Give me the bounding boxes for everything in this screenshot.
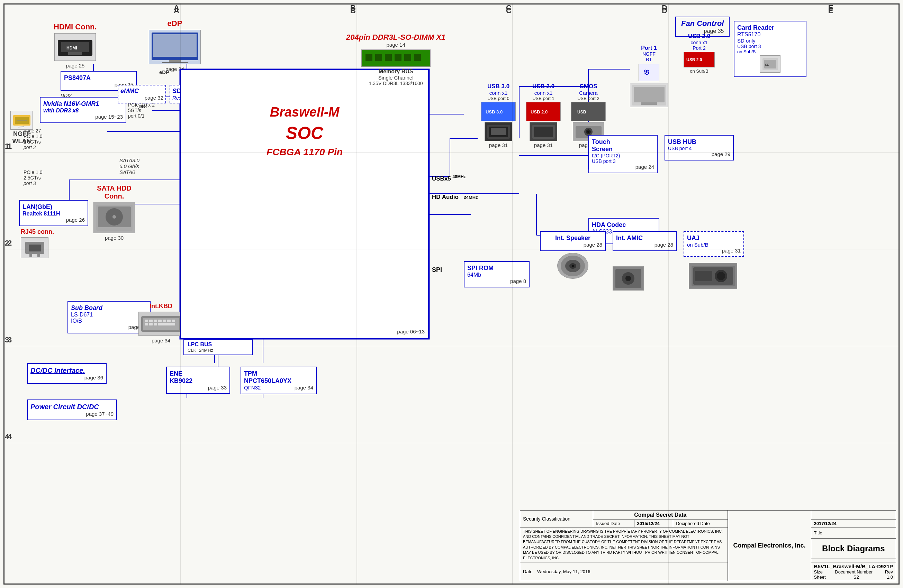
usb20-page: page 31 (526, 142, 561, 148)
col-marker-e-bot: E (824, 3, 838, 581)
card-reader-label: Card Reader (737, 24, 803, 31)
lpc-bus-sub: CLK=24MHz (187, 348, 249, 353)
svg-text:USB 2.0: USB 2.0 (686, 57, 702, 62)
security-value: Compal Secret Data (593, 510, 728, 519)
svg-rect-108 (695, 271, 712, 281)
usb20-2-sub: conn x1 (684, 40, 715, 45)
svg-rect-73 (404, 54, 411, 61)
svg-rect-62 (154, 323, 157, 326)
svg-rect-44 (29, 245, 41, 251)
emmc-box: eMMC page 32 (118, 85, 166, 103)
rj45-image (21, 237, 49, 258)
ene-page: page 33 (170, 385, 227, 390)
svg-point-103 (572, 265, 574, 267)
ene-box: ENE KB9022 page 33 (166, 367, 230, 394)
usb30-port-image (485, 122, 512, 141)
usb30-sub: conn x1 (481, 90, 516, 96)
hdmi-image: HDMI (54, 33, 96, 61)
soc-block: Braswell-M SOC FCBGA 1170 Pin page 06~13 (180, 69, 429, 339)
int-amic-label: Int. AMIC (616, 235, 673, 242)
svg-rect-70 (375, 54, 382, 61)
nvidia-label: Nvidia N16V-GMR1 (43, 100, 123, 108)
diagram-container: A B C D E A B C D E 1 2 3 4 1 2 3 4 Fan … (0, 0, 903, 588)
pcie-bot-sub2: port 3 (24, 180, 42, 186)
sata-hdd-sub: Conn. (93, 192, 135, 200)
svg-rect-38 (162, 62, 188, 63)
int-amic-box: Int. AMIC page 28 (613, 231, 676, 251)
usb20-sub2: USB port 1 (526, 96, 561, 101)
date-label: Date (523, 569, 532, 574)
sub-board-label: Sub Board (71, 304, 147, 312)
touch-screen-sub2: I2C (PORT2) (592, 153, 654, 158)
pcie-bot-group: PCIe 1.0 2.5GT/s port 3 (24, 169, 42, 186)
sata-sub2: SATA0 (120, 169, 140, 175)
cmos-sub2: USB port 2 (571, 96, 606, 101)
touch-screen-label: Touch (592, 138, 654, 146)
row-div-4 (3, 443, 900, 443)
spi-rom-label: SPI ROM (467, 265, 526, 272)
card-reader-sub: RTS5170 (737, 31, 803, 38)
int-kbd-image (138, 312, 183, 336)
ddr3-image (361, 49, 431, 67)
svg-rect-56 (158, 320, 162, 322)
fan-control-label: Fan Control (681, 19, 724, 28)
touch-screen-page: page 24 (592, 164, 654, 170)
power-circuit-label: Power Circuit DC/DC (30, 403, 113, 411)
svg-text:USB 3.0: USB 3.0 (486, 109, 503, 114)
ddr3-sub: Memory BUS (346, 69, 445, 75)
uaj-sub: on Sub/B (687, 242, 741, 248)
card-reader-box: Card Reader RTS5170 SD only USB port 3 o… (734, 21, 806, 77)
pcie-top2-sub2: port 2 (24, 144, 42, 150)
sub-board-sub: LS-D671 (71, 312, 147, 318)
usb20-2-logo: USB 2.0 (684, 52, 715, 67)
lan-box: LAN(GbE) Realtek 8111H page 26 (19, 200, 88, 226)
dc-dc-label: DC/DC Interface. (30, 367, 103, 375)
issued-date-value: 2015/12/24 (634, 519, 673, 527)
hd-audio-signal: HD Audio 24MHz (432, 194, 478, 201)
date-row: Date Wednesday, May 11, 2016 (520, 562, 728, 581)
svg-text:𝔅: 𝔅 (644, 69, 649, 76)
tpm-sub: NPCT650LA0YX (244, 377, 313, 385)
usb20-logo: USB 2.0 (526, 102, 561, 121)
ene-sub: KB9022 (170, 377, 227, 385)
touch-screen-sub: Screen (592, 146, 654, 153)
touch-screen-box: Touch Screen I2C (PORT2) USB port 3 page… (588, 135, 658, 173)
usb20-sub: conn x1 (526, 90, 561, 96)
svg-rect-63 (158, 323, 172, 326)
sheet-label: Sheet (814, 574, 826, 580)
row-div-2 (3, 249, 900, 249)
int-speaker-page: page 28 (543, 242, 602, 248)
ps8407a-label: PS8407A (64, 74, 133, 82)
row-marker-2-r: 2 (3, 239, 10, 248)
bottom-info-table: Security Classification Compal Secret Da… (520, 510, 896, 581)
power-circuit-box: Power Circuit DC/DC page 37~49 (27, 400, 117, 420)
int-amic-page: page 28 (616, 242, 673, 248)
spi-rom-box: SPI ROM 64Mb page 8 (464, 261, 530, 287)
rj45-label: RJ45 conn. (21, 228, 54, 235)
cmos-label: CMOS (571, 83, 606, 90)
col-div-a (180, 3, 181, 585)
lpc-bus-box: LPC BUS CLK=24MHz (183, 339, 253, 355)
svg-rect-59 (171, 320, 175, 322)
edp-label: eDP (149, 19, 201, 28)
size-label: Size (814, 569, 823, 574)
ene-label: ENE (170, 370, 227, 377)
uaj-box: UAJ on Sub/B page 31 (684, 231, 744, 257)
edp-group: eDP page 24 (149, 19, 201, 72)
ngff-wlan-group: ))))) NGFF WLAN (10, 111, 33, 145)
usb30-group: USB 3.0 conn x1 USB port 0 USB 3.0 page … (481, 83, 516, 148)
deciphered-date-label: Deciphered Date (673, 519, 728, 527)
usb-hub-sub: USB port 4 (668, 146, 730, 151)
int-kbd-page: page 34 (138, 337, 183, 343)
soc-brand: Braswell-M (181, 105, 428, 120)
svg-text:))))): ))))) (18, 124, 24, 128)
pcie-top-group: PCIe 2.0 x 2 5GT/s port 0/1 (128, 102, 155, 119)
emmc-page: page 32 (120, 95, 164, 100)
lan-page: page 26 (22, 217, 85, 223)
issued-date-label: Issued Date (593, 519, 634, 527)
col-div-d (668, 3, 669, 585)
pcie-top-sub1: 5GT/s (128, 108, 155, 113)
svg-rect-83 (534, 127, 553, 137)
rev-label: Rev (885, 569, 893, 574)
edp-signal-label: eDP (159, 69, 169, 75)
